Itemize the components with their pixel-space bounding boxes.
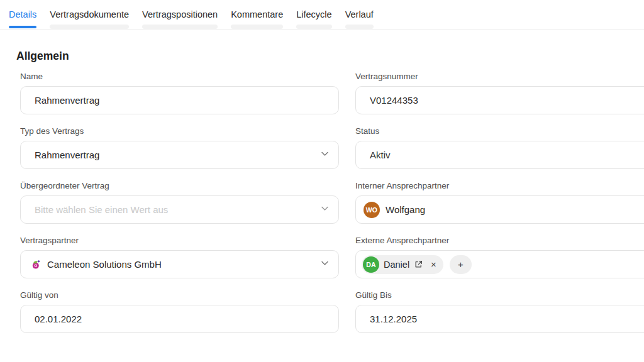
form-grid: Name Rahmenvertrag Vertragsnummer V01244… — [20, 72, 644, 333]
externe-ansprechpartner-value: Daniel — [384, 260, 409, 270]
tab-lifecycle[interactable]: Lifecycle — [296, 9, 331, 28]
vertragspartner-value: Cameleon Solutions GmbH — [47, 259, 162, 270]
contact-chip-daniel[interactable]: DA Daniel × — [362, 255, 443, 274]
tab-label: Verlauf — [345, 9, 374, 19]
vertragsnummer-value: V01244353 — [370, 95, 418, 106]
tab-label: Lifecycle — [296, 9, 331, 19]
uebergeordneter-vertrag-select[interactable]: Bitte wählen Sie einen Wert aus — [20, 195, 339, 224]
field-typ-des-vertrags: Typ des Vertrags Rahmenvertrag — [20, 126, 339, 169]
field-name: Name Rahmenvertrag — [20, 72, 339, 114]
avatar: WO — [364, 202, 380, 218]
tab-underline — [231, 25, 283, 29]
avatar: DA — [363, 256, 379, 273]
tab-kommentare[interactable]: Kommentare — [231, 9, 283, 28]
status-value: Aktiv — [370, 150, 391, 160]
field-label: Gültig Bis — [355, 290, 644, 300]
field-label: Status — [355, 126, 644, 136]
gueltig-von-input[interactable]: 02.01.2022 — [20, 305, 339, 333]
tab-label: Vertragsdokumente — [50, 9, 129, 19]
field-status: Status Aktiv — [355, 126, 644, 169]
field-label: Externe Ansprechpartner — [355, 236, 644, 245]
field-label: Übergeordneter Vertrag — [20, 181, 339, 190]
active-tab-underline — [9, 26, 36, 28]
field-label: Gültig von — [20, 290, 339, 300]
gueltig-von-value: 02.01.2022 — [35, 314, 82, 324]
tab-details[interactable]: Details — [9, 9, 36, 28]
field-gueltig-bis: Gültig Bis 31.12.2025 — [355, 290, 644, 333]
field-gueltig-von: Gültig von 02.01.2022 — [20, 290, 339, 333]
typ-des-vertrags-value: Rahmenvertrag — [35, 150, 99, 160]
tab-bar: Details Vertragsdokumente Vertragspositi… — [0, 0, 644, 31]
field-label: Interner Ansprechpartner — [355, 181, 644, 190]
tab-vertragsdokumente[interactable]: Vertragsdokumente — [50, 9, 129, 28]
chameleon-logo-icon — [31, 259, 42, 270]
add-contact-button[interactable]: + — [450, 255, 472, 274]
field-externe-ansprechpartner: Externe Ansprechpartner DA Daniel × + — [355, 236, 644, 278]
chevron-down-icon — [320, 258, 330, 270]
externe-ansprechpartner-field[interactable]: DA Daniel × + — [355, 250, 644, 278]
typ-des-vertrags-select[interactable]: Rahmenvertrag — [20, 141, 339, 169]
name-input[interactable]: Rahmenvertrag — [20, 86, 339, 114]
gueltig-bis-value: 31.12.2025 — [370, 314, 417, 324]
field-interner-ansprechpartner: Interner Ansprechpartner WO Wolfgang — [355, 181, 644, 224]
section-title-allgemein: Allgemein — [16, 50, 644, 63]
external-link-icon[interactable] — [414, 260, 423, 268]
field-uebergeordneter-vertrag: Übergeordneter Vertrag Bitte wählen Sie … — [20, 181, 339, 224]
tab-label: Kommentare — [231, 9, 283, 19]
vertragspartner-select[interactable]: Cameleon Solutions GmbH — [20, 250, 339, 278]
field-vertragsnummer: Vertragsnummer V01244353 — [355, 72, 644, 114]
field-label: Name — [20, 72, 339, 81]
field-vertragspartner: Vertragspartner Cameleon Solutions GmbH — [20, 236, 339, 278]
name-value: Rahmenvertrag — [35, 95, 99, 106]
tab-verlauf[interactable]: Verlauf — [345, 9, 374, 28]
field-label: Vertragspartner — [20, 236, 339, 245]
status-input[interactable]: Aktiv — [355, 141, 644, 169]
field-label: Typ des Vertrags — [20, 126, 339, 136]
tab-underline — [345, 25, 374, 29]
interner-ansprechpartner-value: Wolfgang — [386, 204, 425, 215]
field-label: Vertragsnummer — [355, 72, 644, 81]
tab-vertragspositionen[interactable]: Vertragspositionen — [142, 9, 218, 28]
tab-underline — [142, 25, 218, 29]
vertragsnummer-input[interactable]: V01244353 — [355, 86, 644, 114]
remove-chip-icon[interactable]: × — [431, 259, 436, 270]
select-placeholder: Bitte wählen Sie einen Wert aus — [35, 204, 168, 215]
tab-underline — [50, 25, 129, 29]
gueltig-bis-input[interactable]: 31.12.2025 — [355, 305, 644, 333]
chevron-down-icon — [320, 149, 330, 161]
interner-ansprechpartner-field[interactable]: WO Wolfgang — [355, 195, 644, 224]
tab-underline — [296, 25, 331, 29]
tab-label: Vertragspositionen — [142, 9, 218, 19]
tab-label: Details — [9, 9, 36, 19]
chevron-down-icon — [320, 204, 330, 216]
